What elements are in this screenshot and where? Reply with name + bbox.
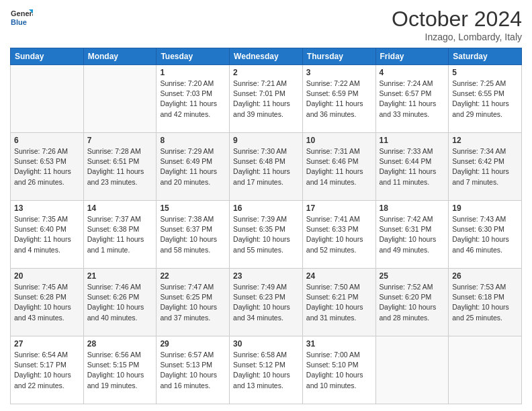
- day-info: Sunrise: 7:21 AMSunset: 7:01 PMDaylight:…: [233, 79, 299, 120]
- day-number: 10: [306, 136, 372, 145]
- table-row: 26Sunrise: 7:53 AMSunset: 6:18 PMDayligh…: [449, 269, 522, 336]
- col-sunday: Sunday: [11, 48, 84, 65]
- table-row: [11, 65, 84, 133]
- day-number: 27: [14, 339, 80, 349]
- day-number: 7: [87, 136, 153, 145]
- day-info: Sunrise: 7:43 AMSunset: 6:30 PMDaylight:…: [452, 214, 518, 255]
- day-number: 9: [233, 136, 299, 145]
- day-info: Sunrise: 7:37 AMSunset: 6:38 PMDaylight:…: [87, 214, 153, 255]
- day-info: Sunrise: 7:35 AMSunset: 6:40 PMDaylight:…: [14, 214, 80, 255]
- table-row: 7Sunrise: 7:28 AMSunset: 6:51 PMDaylight…: [83, 133, 157, 201]
- day-number: 18: [380, 203, 445, 213]
- day-number: 31: [306, 339, 372, 349]
- table-row: 21Sunrise: 7:46 AMSunset: 6:26 PMDayligh…: [83, 269, 157, 336]
- day-info: Sunrise: 7:30 AMSunset: 6:48 PMDaylight:…: [233, 146, 299, 187]
- table-row: 16Sunrise: 7:39 AMSunset: 6:35 PMDayligh…: [230, 201, 303, 269]
- day-info: Sunrise: 7:45 AMSunset: 6:28 PMDaylight:…: [14, 282, 80, 323]
- day-info: Sunrise: 7:34 AMSunset: 6:42 PMDaylight:…: [452, 146, 518, 187]
- calendar-table: Sunday Monday Tuesday Wednesday Thursday…: [10, 48, 522, 404]
- table-row: 24Sunrise: 7:50 AMSunset: 6:21 PMDayligh…: [302, 269, 375, 336]
- day-info: Sunrise: 7:24 AMSunset: 6:57 PMDaylight:…: [380, 79, 445, 120]
- day-number: 4: [380, 68, 445, 77]
- table-row: 6Sunrise: 7:26 AMSunset: 6:53 PMDaylight…: [11, 133, 84, 201]
- table-row: 2Sunrise: 7:21 AMSunset: 7:01 PMDaylight…: [230, 65, 303, 133]
- day-number: 26: [452, 271, 518, 281]
- svg-text:Blue: Blue: [11, 18, 27, 26]
- day-number: 22: [160, 271, 226, 281]
- day-info: Sunrise: 7:42 AMSunset: 6:31 PMDaylight:…: [380, 214, 445, 255]
- col-saturday: Saturday: [449, 48, 522, 65]
- day-info: Sunrise: 6:54 AMSunset: 5:17 PMDaylight:…: [14, 350, 80, 391]
- month-title: October 2024: [392, 7, 522, 32]
- day-number: 12: [452, 136, 518, 145]
- table-row: 4Sunrise: 7:24 AMSunset: 6:57 PMDaylight…: [375, 65, 449, 133]
- day-number: 8: [160, 136, 226, 145]
- table-row: 31Sunrise: 7:00 AMSunset: 5:10 PMDayligh…: [302, 336, 375, 404]
- table-row: 11Sunrise: 7:33 AMSunset: 6:44 PMDayligh…: [375, 133, 449, 201]
- table-row: [83, 65, 157, 133]
- table-row: 28Sunrise: 6:56 AMSunset: 5:15 PMDayligh…: [83, 336, 157, 404]
- day-number: 23: [233, 271, 299, 281]
- day-number: 11: [380, 136, 445, 145]
- location: Inzago, Lombardy, Italy: [392, 32, 522, 42]
- day-number: 16: [233, 203, 299, 213]
- day-info: Sunrise: 7:50 AMSunset: 6:21 PMDaylight:…: [306, 282, 372, 323]
- day-info: Sunrise: 7:00 AMSunset: 5:10 PMDaylight:…: [306, 350, 372, 391]
- col-tuesday: Tuesday: [157, 48, 230, 65]
- day-number: 3: [306, 68, 372, 77]
- day-info: Sunrise: 6:56 AMSunset: 5:15 PMDaylight:…: [87, 350, 153, 391]
- day-number: 14: [87, 203, 153, 213]
- day-info: Sunrise: 7:46 AMSunset: 6:26 PMDaylight:…: [87, 282, 153, 323]
- table-row: [375, 336, 449, 404]
- day-number: 1: [160, 68, 226, 77]
- table-row: 1Sunrise: 7:20 AMSunset: 7:03 PMDaylight…: [157, 65, 230, 133]
- table-row: [449, 336, 522, 404]
- table-row: 5Sunrise: 7:25 AMSunset: 6:55 PMDaylight…: [449, 65, 522, 133]
- table-row: 19Sunrise: 7:43 AMSunset: 6:30 PMDayligh…: [449, 201, 522, 269]
- day-number: 6: [14, 136, 80, 145]
- day-info: Sunrise: 6:57 AMSunset: 5:13 PMDaylight:…: [160, 350, 226, 391]
- day-number: 13: [14, 203, 80, 213]
- table-row: 15Sunrise: 7:38 AMSunset: 6:37 PMDayligh…: [157, 201, 230, 269]
- col-wednesday: Wednesday: [230, 48, 303, 65]
- day-number: 2: [233, 68, 299, 77]
- title-block: October 2024 Inzago, Lombardy, Italy: [392, 7, 522, 42]
- table-row: 9Sunrise: 7:30 AMSunset: 6:48 PMDaylight…: [230, 133, 303, 201]
- day-number: 29: [160, 339, 226, 349]
- day-number: 20: [14, 271, 80, 281]
- day-number: 19: [452, 203, 518, 213]
- table-row: 29Sunrise: 6:57 AMSunset: 5:13 PMDayligh…: [157, 336, 230, 404]
- table-row: 25Sunrise: 7:52 AMSunset: 6:20 PMDayligh…: [375, 269, 449, 336]
- table-row: 17Sunrise: 7:41 AMSunset: 6:33 PMDayligh…: [302, 201, 375, 269]
- table-row: 27Sunrise: 6:54 AMSunset: 5:17 PMDayligh…: [11, 336, 84, 404]
- day-info: Sunrise: 7:20 AMSunset: 7:03 PMDaylight:…: [160, 79, 226, 120]
- logo: General Blue: [10, 7, 33, 30]
- day-number: 5: [452, 68, 518, 77]
- day-info: Sunrise: 7:26 AMSunset: 6:53 PMDaylight:…: [14, 146, 80, 187]
- day-number: 25: [380, 271, 445, 281]
- svg-text:General: General: [11, 9, 33, 17]
- day-info: Sunrise: 7:53 AMSunset: 6:18 PMDaylight:…: [452, 282, 518, 323]
- day-info: Sunrise: 7:49 AMSunset: 6:23 PMDaylight:…: [233, 282, 299, 323]
- table-row: 23Sunrise: 7:49 AMSunset: 6:23 PMDayligh…: [230, 269, 303, 336]
- table-row: 14Sunrise: 7:37 AMSunset: 6:38 PMDayligh…: [83, 201, 157, 269]
- day-info: Sunrise: 7:52 AMSunset: 6:20 PMDaylight:…: [380, 282, 445, 323]
- day-info: Sunrise: 7:29 AMSunset: 6:49 PMDaylight:…: [160, 146, 226, 187]
- col-thursday: Thursday: [302, 48, 375, 65]
- col-friday: Friday: [375, 48, 449, 65]
- day-number: 24: [306, 271, 372, 281]
- table-row: 3Sunrise: 7:22 AMSunset: 6:59 PMDaylight…: [302, 65, 375, 133]
- table-row: 22Sunrise: 7:47 AMSunset: 6:25 PMDayligh…: [157, 269, 230, 336]
- col-monday: Monday: [83, 48, 157, 65]
- day-info: Sunrise: 7:41 AMSunset: 6:33 PMDaylight:…: [306, 214, 372, 255]
- day-number: 28: [87, 339, 153, 349]
- day-number: 30: [233, 339, 299, 349]
- table-row: 30Sunrise: 6:58 AMSunset: 5:12 PMDayligh…: [230, 336, 303, 404]
- table-row: 10Sunrise: 7:31 AMSunset: 6:46 PMDayligh…: [302, 133, 375, 201]
- page-header: General Blue October 2024 Inzago, Lombar…: [10, 7, 522, 42]
- day-info: Sunrise: 7:38 AMSunset: 6:37 PMDaylight:…: [160, 214, 226, 255]
- table-row: 12Sunrise: 7:34 AMSunset: 6:42 PMDayligh…: [449, 133, 522, 201]
- day-info: Sunrise: 7:33 AMSunset: 6:44 PMDaylight:…: [380, 146, 445, 187]
- day-info: Sunrise: 7:39 AMSunset: 6:35 PMDaylight:…: [233, 214, 299, 255]
- day-info: Sunrise: 7:31 AMSunset: 6:46 PMDaylight:…: [306, 146, 372, 187]
